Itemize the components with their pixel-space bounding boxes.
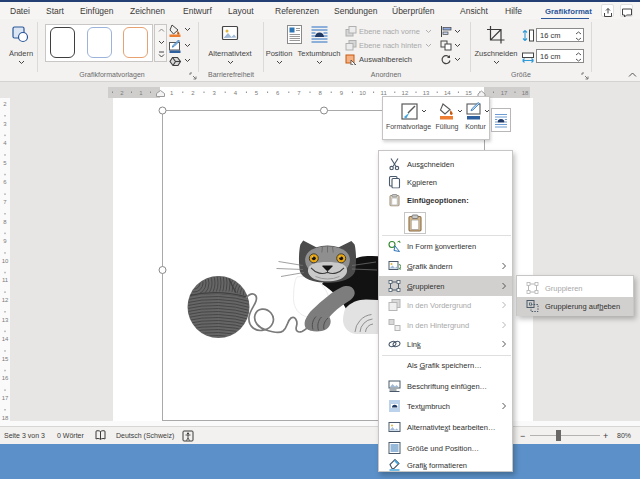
svg-text:4: 4 [234, 90, 238, 96]
svg-text:17: 17 [501, 90, 508, 96]
svg-text:17: 17 [2, 395, 9, 401]
svg-text:14: 14 [2, 336, 9, 342]
svg-text:7: 7 [297, 90, 301, 96]
svg-text:18: 18 [522, 90, 529, 96]
svg-text:9: 9 [3, 238, 7, 244]
svg-text:6: 6 [3, 179, 7, 185]
svg-text:2: 2 [191, 90, 195, 96]
svg-text:12: 12 [402, 90, 409, 96]
svg-text:8: 8 [318, 90, 322, 96]
svg-text:15: 15 [465, 90, 472, 96]
svg-text:16: 16 [2, 375, 9, 381]
svg-text:10: 10 [359, 90, 366, 96]
svg-text:5: 5 [255, 90, 259, 96]
svg-text:3: 3 [212, 90, 216, 96]
svg-text:2: 2 [3, 101, 7, 107]
svg-text:11: 11 [2, 277, 9, 283]
svg-text:12: 12 [2, 297, 9, 303]
svg-text:9: 9 [340, 90, 344, 96]
svg-text:10: 10 [2, 258, 9, 264]
svg-text:11: 11 [381, 90, 388, 96]
svg-text:8: 8 [3, 219, 7, 225]
svg-text:6: 6 [276, 90, 280, 96]
svg-text:13: 13 [423, 90, 430, 96]
svg-text:5: 5 [3, 160, 7, 166]
svg-text:7: 7 [3, 199, 7, 205]
svg-text:13: 13 [2, 317, 9, 323]
svg-text:4: 4 [3, 140, 7, 146]
svg-text:2: 2 [120, 90, 124, 96]
svg-text:3: 3 [3, 121, 7, 127]
svg-text:14: 14 [444, 90, 451, 96]
svg-text:1: 1 [170, 90, 174, 96]
svg-text:1: 1 [139, 90, 143, 96]
svg-text:15: 15 [2, 356, 9, 362]
svg-text:18: 18 [2, 415, 9, 421]
